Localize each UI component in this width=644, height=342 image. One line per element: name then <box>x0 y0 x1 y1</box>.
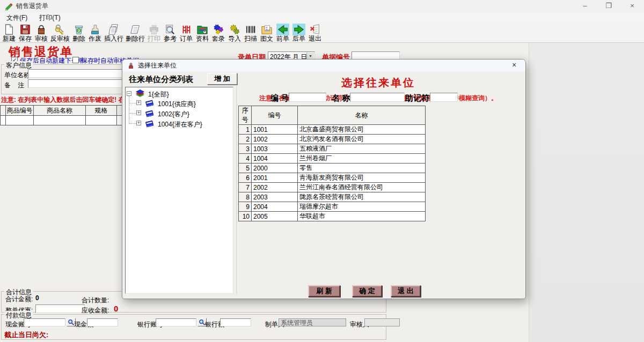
partner-row[interactable]: 102005华联超市 <box>239 212 426 221</box>
partner-row[interactable]: 52000零售 <box>239 163 426 173</box>
toolbar-label: 作废 <box>89 35 101 42</box>
unit-name-label: 单位名称 <box>4 71 30 80</box>
partner-row-code: 2003 <box>252 192 298 202</box>
partner-row-name: 兰州卷烟厂 <box>298 154 426 163</box>
product-grid-cell[interactable] <box>1 116 6 125</box>
toolbar-insert-row-button[interactable]: 插入行 <box>103 24 125 42</box>
form-client: 销售退货单 ✓ 保存后自动新建下一单 保存时自动审核单据 录单日期 2022年 … <box>0 43 644 342</box>
partner-table: 序号编号名称11001北京鑫盛商贸有限公司21002北京鸿发名酒有限公司3100… <box>238 106 426 221</box>
toolbar-reference-button[interactable]: 0001参考 <box>162 24 178 42</box>
toolbar-batch-button[interactable]: 套录 <box>210 24 226 42</box>
partner-row[interactable]: 41004兰州卷烟厂 <box>239 154 426 163</box>
exit-icon <box>309 24 321 35</box>
total-qty-label: 合计数量: <box>82 296 109 305</box>
tree-category-node[interactable]: 1001{供应商} <box>158 100 196 109</box>
auto-audit-checkbox[interactable] <box>72 57 79 63</box>
toolbar-exit-button[interactable]: 退出 <box>307 24 323 42</box>
toolbar-next-doc-button[interactable]: 后单 <box>291 24 307 42</box>
delete-row-icon <box>129 24 142 35</box>
partner-row[interactable]: 11001北京鑫盛商贸有限公司 <box>239 125 426 135</box>
cash-account-input[interactable] <box>24 318 65 326</box>
auditor-value <box>364 318 400 326</box>
tree-category-node[interactable]: 1002{客户} <box>158 110 189 119</box>
toolbar-save-button[interactable]: 保存 <box>17 24 33 42</box>
toolbar-new-button[interactable]: 新建 <box>1 24 17 42</box>
receivable-value: 0 <box>114 304 118 313</box>
tree-line <box>129 96 129 124</box>
product-grid-cell[interactable] <box>86 116 117 125</box>
data-folder-icon <box>196 24 209 35</box>
toolbar-label: 后单 <box>292 35 305 42</box>
tree-expand-toggle[interactable]: + <box>136 121 141 125</box>
tree-category-node[interactable]: 1004{潜在客户} <box>158 120 202 129</box>
add-category-button[interactable]: 增 加 <box>207 73 237 85</box>
product-col-header: 商品名称 <box>34 106 86 116</box>
toolbar-imagetext-button[interactable]: 图文 <box>259 24 275 42</box>
new-doc-icon <box>3 24 16 35</box>
toolbar-audit-button[interactable]: 审核 <box>33 24 49 42</box>
partner-row[interactable]: 31003五粮液酒厂 <box>239 144 426 154</box>
partner-row-code: 1004 <box>252 154 298 163</box>
menu-file[interactable]: 文件(F) <box>6 13 27 23</box>
exit-button[interactable]: 退 出 <box>391 285 421 297</box>
toolbar-delete-row-button[interactable]: 删除行 <box>125 24 146 42</box>
dialog-icon <box>127 62 135 69</box>
toolbar-prev-doc-button[interactable]: 前单 <box>275 24 291 42</box>
discount-input[interactable] <box>35 304 85 313</box>
toolbar-delete-button[interactable]: 2删除 <box>71 24 87 42</box>
partner-row[interactable]: 72002兰州江南春名酒经营有限公司 <box>239 183 426 192</box>
cash-amount-input[interactable] <box>87 318 118 326</box>
product-grid-cell[interactable] <box>34 116 86 125</box>
total-amount-value: 0 <box>35 294 39 302</box>
toolbar-scan-button[interactable]: 扫描 <box>243 24 259 42</box>
partner-row-code: 1003 <box>252 144 298 154</box>
app-window: 销售退货单 – ❐ × 文件(F) 打印(T) 新建保存审核反审核2删除作废插入… <box>0 0 644 342</box>
partner-row[interactable]: 92004瑞德摩尔超市 <box>239 202 426 212</box>
toolbar-label: 删除行 <box>126 35 145 42</box>
partner-row[interactable]: 62001青海新发商贸有限公司 <box>239 173 426 183</box>
partner-row[interactable]: 82003陇原名茶经营有限公司 <box>239 192 426 202</box>
restore-button[interactable]: ❐ <box>597 0 620 12</box>
chevron-down-icon[interactable]: ▼ <box>306 53 314 59</box>
tree-root-collapse-toggle[interactable]: − <box>127 91 131 96</box>
minimize-button[interactable]: – <box>573 0 597 12</box>
menu-print[interactable]: 打印(T) <box>39 13 60 23</box>
dialog-close-icon[interactable]: × <box>507 60 521 70</box>
toolbar-label: 保存 <box>19 35 32 42</box>
mnemonic-search-input[interactable] <box>430 93 458 102</box>
product-grid-cell[interactable] <box>6 116 34 125</box>
partner-row[interactable]: 21002北京鸿发名酒有限公司 <box>239 135 426 144</box>
bank-account-input[interactable] <box>156 318 196 326</box>
toolbar-print-button: 打印 <box>146 24 162 42</box>
code-search-input[interactable] <box>289 93 326 102</box>
empty-area <box>529 43 644 342</box>
toolbar-data-button[interactable]: 资料 <box>194 24 210 42</box>
partner-row-no: 8 <box>239 192 252 202</box>
tree-panel-title: 往来单位分类列表 <box>129 75 193 85</box>
scan-barcode-icon <box>244 24 257 35</box>
toolbar-label: 扫描 <box>244 35 257 42</box>
toolbar-label: 订单 <box>180 35 193 42</box>
book-icon <box>144 109 155 118</box>
refresh-button[interactable]: 刷 新 <box>308 285 340 297</box>
toolbar-import-button[interactable]: 导入 <box>226 24 243 42</box>
partner-row-no: 7 <box>239 183 252 192</box>
book-icon <box>144 99 155 108</box>
partner-row-no: 2 <box>239 135 252 144</box>
toolbar-void-button[interactable]: 作废 <box>87 24 103 42</box>
owe-label: 截止当日尚欠: <box>4 330 48 340</box>
toolbar-unaudit-button[interactable]: 反审核 <box>49 24 71 42</box>
partner-select-dialog: 选择往来单位 × 往来单位分类列表 增 加 − 1{全部} +1001{供应商}… <box>122 59 526 299</box>
close-button[interactable]: × <box>620 0 644 12</box>
app-icon <box>4 2 13 11</box>
tree-expand-toggle[interactable]: + <box>136 100 141 105</box>
tree-root-node[interactable]: 1{全部} <box>148 90 169 99</box>
tree-expand-toggle[interactable]: + <box>136 110 141 115</box>
books-stack-icon <box>135 88 145 98</box>
ok-button[interactable]: 确 定 <box>352 285 382 297</box>
name-search-input[interactable] <box>350 93 405 102</box>
toolbar-label: 反审核 <box>50 35 70 42</box>
toolbar-order-button[interactable]: 订单 <box>178 24 194 42</box>
bank-amount-input[interactable] <box>220 318 251 326</box>
delete-trash-icon: 2 <box>72 24 85 35</box>
